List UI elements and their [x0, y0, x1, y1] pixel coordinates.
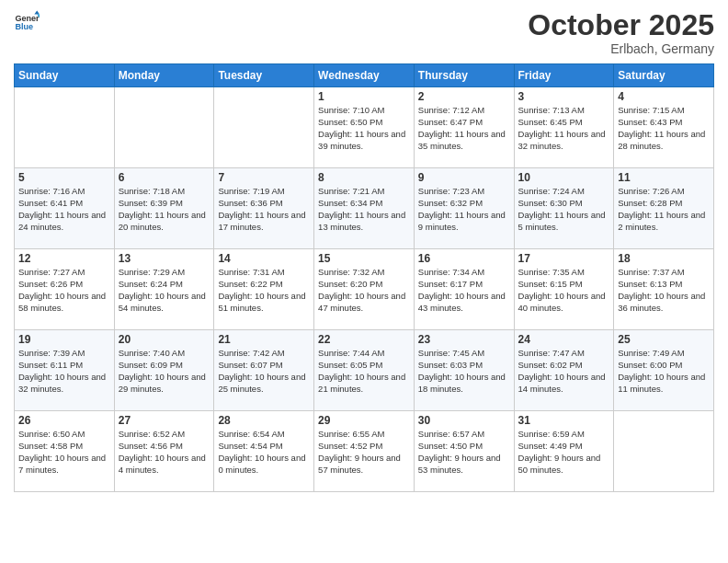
day-info: Sunrise: 6:50 AM Sunset: 4:58 PM Dayligh…	[18, 429, 110, 476]
day-number: 20	[119, 333, 210, 346]
day-info: Sunrise: 7:45 AM Sunset: 6:03 PM Dayligh…	[418, 348, 510, 395]
day-number: 16	[418, 252, 510, 265]
day-info: Sunrise: 6:55 AM Sunset: 4:52 PM Dayligh…	[318, 429, 410, 476]
col-wednesday: Wednesday	[314, 64, 415, 87]
calendar-cell-w3-d3: 14Sunrise: 7:31 AM Sunset: 6:22 PM Dayli…	[214, 249, 314, 330]
day-info: Sunrise: 7:37 AM Sunset: 6:13 PM Dayligh…	[618, 267, 710, 314]
calendar-cell-w4-d3: 21Sunrise: 7:42 AM Sunset: 6:07 PM Dayli…	[214, 330, 314, 411]
day-number: 7	[218, 171, 310, 184]
col-sunday: Sunday	[15, 64, 115, 87]
month-title: October 2025	[528, 9, 714, 41]
calendar-cell-w2-d3: 7Sunrise: 7:19 AM Sunset: 6:36 PM Daylig…	[214, 168, 314, 249]
day-number: 18	[618, 252, 710, 265]
page-header: General Blue October 2025 Erlbach, Germa…	[14, 9, 714, 56]
day-number: 6	[119, 171, 210, 184]
day-number: 13	[119, 252, 210, 265]
calendar-cell-w2-d4: 8Sunrise: 7:21 AM Sunset: 6:34 PM Daylig…	[314, 168, 415, 249]
calendar-cell-w5-d6: 31Sunrise: 6:59 AM Sunset: 4:49 PM Dayli…	[514, 411, 614, 492]
day-info: Sunrise: 6:57 AM Sunset: 4:50 PM Dayligh…	[418, 429, 510, 476]
day-info: Sunrise: 7:13 AM Sunset: 6:45 PM Dayligh…	[518, 105, 610, 152]
calendar-cell-w3-d7: 18Sunrise: 7:37 AM Sunset: 6:13 PM Dayli…	[614, 249, 714, 330]
day-number: 2	[418, 90, 510, 103]
day-info: Sunrise: 7:10 AM Sunset: 6:50 PM Dayligh…	[318, 105, 410, 152]
day-number: 5	[18, 171, 110, 184]
calendar-cell-w4-d4: 22Sunrise: 7:44 AM Sunset: 6:05 PM Dayli…	[314, 330, 415, 411]
calendar-week-1: 1Sunrise: 7:10 AM Sunset: 6:50 PM Daylig…	[15, 87, 714, 168]
svg-text:Blue: Blue	[15, 22, 33, 31]
day-number: 22	[318, 333, 410, 346]
calendar-week-2: 5Sunrise: 7:16 AM Sunset: 6:41 PM Daylig…	[15, 168, 714, 249]
svg-marker-2	[34, 10, 40, 14]
day-number: 3	[518, 90, 610, 103]
day-info: Sunrise: 6:52 AM Sunset: 4:56 PM Dayligh…	[119, 429, 210, 476]
day-info: Sunrise: 7:18 AM Sunset: 6:39 PM Dayligh…	[119, 186, 210, 233]
day-number: 28	[218, 414, 310, 427]
day-number: 27	[119, 414, 210, 427]
calendar-table: Sunday Monday Tuesday Wednesday Thursday…	[14, 63, 714, 492]
calendar-header-row: Sunday Monday Tuesday Wednesday Thursday…	[15, 64, 714, 87]
calendar-cell-w3-d1: 12Sunrise: 7:27 AM Sunset: 6:26 PM Dayli…	[15, 249, 115, 330]
day-number: 10	[518, 171, 610, 184]
calendar-cell-w1-d2	[114, 87, 214, 168]
day-number: 23	[418, 333, 510, 346]
day-info: Sunrise: 7:40 AM Sunset: 6:09 PM Dayligh…	[119, 348, 210, 395]
day-info: Sunrise: 7:12 AM Sunset: 6:47 PM Dayligh…	[418, 105, 510, 152]
day-info: Sunrise: 7:44 AM Sunset: 6:05 PM Dayligh…	[318, 348, 410, 395]
title-block: October 2025 Erlbach, Germany	[528, 9, 714, 56]
calendar-cell-w5-d1: 26Sunrise: 6:50 AM Sunset: 4:58 PM Dayli…	[15, 411, 115, 492]
col-saturday: Saturday	[614, 64, 714, 87]
col-thursday: Thursday	[414, 64, 514, 87]
calendar-cell-w5-d7	[614, 411, 714, 492]
day-info: Sunrise: 7:15 AM Sunset: 6:43 PM Dayligh…	[618, 105, 710, 152]
calendar-cell-w5-d5: 30Sunrise: 6:57 AM Sunset: 4:50 PM Dayli…	[414, 411, 514, 492]
day-number: 8	[318, 171, 410, 184]
day-info: Sunrise: 7:39 AM Sunset: 6:11 PM Dayligh…	[18, 348, 110, 395]
logo: General Blue	[14, 9, 40, 35]
col-tuesday: Tuesday	[214, 64, 314, 87]
calendar-cell-w2-d5: 9Sunrise: 7:23 AM Sunset: 6:32 PM Daylig…	[414, 168, 514, 249]
day-number: 1	[318, 90, 410, 103]
calendar-cell-w4-d1: 19Sunrise: 7:39 AM Sunset: 6:11 PM Dayli…	[15, 330, 115, 411]
day-number: 29	[318, 414, 410, 427]
day-info: Sunrise: 7:26 AM Sunset: 6:28 PM Dayligh…	[618, 186, 710, 233]
day-info: Sunrise: 7:35 AM Sunset: 6:15 PM Dayligh…	[518, 267, 610, 314]
calendar-cell-w4-d6: 24Sunrise: 7:47 AM Sunset: 6:02 PM Dayli…	[514, 330, 614, 411]
calendar-cell-w3-d5: 16Sunrise: 7:34 AM Sunset: 6:17 PM Dayli…	[414, 249, 514, 330]
calendar-week-5: 26Sunrise: 6:50 AM Sunset: 4:58 PM Dayli…	[15, 411, 714, 492]
calendar-cell-w1-d7: 4Sunrise: 7:15 AM Sunset: 6:43 PM Daylig…	[614, 87, 714, 168]
logo-icon: General Blue	[14, 9, 40, 35]
calendar-cell-w2-d6: 10Sunrise: 7:24 AM Sunset: 6:30 PM Dayli…	[514, 168, 614, 249]
calendar-cell-w3-d6: 17Sunrise: 7:35 AM Sunset: 6:15 PM Dayli…	[514, 249, 614, 330]
day-number: 26	[18, 414, 110, 427]
day-info: Sunrise: 6:54 AM Sunset: 4:54 PM Dayligh…	[218, 429, 310, 476]
day-number: 11	[618, 171, 710, 184]
day-info: Sunrise: 7:24 AM Sunset: 6:30 PM Dayligh…	[518, 186, 610, 233]
day-info: Sunrise: 7:49 AM Sunset: 6:00 PM Dayligh…	[618, 348, 710, 395]
svg-text:General: General	[15, 14, 40, 23]
day-info: Sunrise: 7:16 AM Sunset: 6:41 PM Dayligh…	[18, 186, 110, 233]
day-number: 4	[618, 90, 710, 103]
day-info: Sunrise: 7:32 AM Sunset: 6:20 PM Dayligh…	[318, 267, 410, 314]
day-info: Sunrise: 7:27 AM Sunset: 6:26 PM Dayligh…	[18, 267, 110, 314]
calendar-cell-w3-d4: 15Sunrise: 7:32 AM Sunset: 6:20 PM Dayli…	[314, 249, 415, 330]
calendar-cell-w1-d6: 3Sunrise: 7:13 AM Sunset: 6:45 PM Daylig…	[514, 87, 614, 168]
day-number: 31	[518, 414, 610, 427]
calendar-week-3: 12Sunrise: 7:27 AM Sunset: 6:26 PM Dayli…	[15, 249, 714, 330]
col-monday: Monday	[114, 64, 214, 87]
day-info: Sunrise: 7:23 AM Sunset: 6:32 PM Dayligh…	[418, 186, 510, 233]
day-info: Sunrise: 7:21 AM Sunset: 6:34 PM Dayligh…	[318, 186, 410, 233]
calendar-cell-w5-d2: 27Sunrise: 6:52 AM Sunset: 4:56 PM Dayli…	[114, 411, 214, 492]
day-number: 24	[518, 333, 610, 346]
calendar-week-4: 19Sunrise: 7:39 AM Sunset: 6:11 PM Dayli…	[15, 330, 714, 411]
day-number: 21	[218, 333, 310, 346]
day-number: 30	[418, 414, 510, 427]
calendar-cell-w4-d5: 23Sunrise: 7:45 AM Sunset: 6:03 PM Dayli…	[414, 330, 514, 411]
calendar-cell-w2-d1: 5Sunrise: 7:16 AM Sunset: 6:41 PM Daylig…	[15, 168, 115, 249]
calendar-cell-w4-d7: 25Sunrise: 7:49 AM Sunset: 6:00 PM Dayli…	[614, 330, 714, 411]
day-number: 15	[318, 252, 410, 265]
day-number: 12	[18, 252, 110, 265]
calendar-cell-w3-d2: 13Sunrise: 7:29 AM Sunset: 6:24 PM Dayli…	[114, 249, 214, 330]
day-info: Sunrise: 7:47 AM Sunset: 6:02 PM Dayligh…	[518, 348, 610, 395]
calendar-cell-w5-d4: 29Sunrise: 6:55 AM Sunset: 4:52 PM Dayli…	[314, 411, 415, 492]
day-number: 14	[218, 252, 310, 265]
